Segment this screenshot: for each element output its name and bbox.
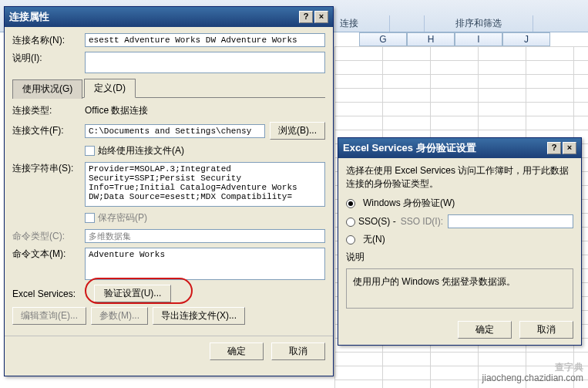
save-pwd-checkbox: 保存密码(P) (85, 211, 147, 224)
intro-text: 选择在使用 Excel Services 访问工作簿时，用于此数据连接的身份验证… (346, 164, 573, 191)
radio-sso[interactable]: SSO(S) - (346, 216, 396, 227)
help-button[interactable]: ? (299, 11, 313, 23)
ribbon-group-sort: 排序和筛选 (424, 15, 533, 32)
radio-icon (346, 235, 355, 245)
dialog-titlebar[interactable]: Excel Services 身份验证设置 ? × (338, 138, 581, 158)
cmd-type-input (85, 229, 325, 243)
desc-heading: 说明 (346, 251, 573, 264)
conn-str-input[interactable]: Provider=MSOLAP.3;Integrated Security=SS… (85, 162, 325, 207)
conn-type-value: Office 数据连接 (85, 104, 148, 117)
radio-none[interactable]: 无(N) (346, 233, 573, 246)
col-head-g[interactable]: G (359, 32, 407, 46)
col-head-i[interactable]: I (455, 32, 502, 46)
tab-bar: 使用状况(G) 定义(D) (12, 78, 325, 98)
excel-svc-label: Excel Services: (12, 288, 89, 299)
connection-properties-dialog: 连接属性 ? × 连接名称(N): 说明(I): 使用状况(G) 定义(D) 连… (4, 6, 334, 376)
export-conn-file-button[interactable]: 导出连接文件(X)... (153, 307, 245, 325)
checkbox-icon (85, 213, 95, 223)
col-head-j[interactable]: J (502, 32, 550, 46)
col-head-h[interactable]: H (407, 32, 455, 46)
close-button[interactable]: × (563, 142, 576, 154)
conn-name-input[interactable] (85, 33, 325, 47)
sso-id-label: SSO ID(I): (401, 216, 443, 227)
radio-icon (346, 199, 355, 208)
cmd-text-input[interactable]: Adventure Works (85, 248, 325, 280)
dialog-title: Excel Services 身份验证设置 (343, 141, 476, 155)
conn-file-input[interactable] (85, 124, 265, 138)
desc-label: 说明(I): (12, 52, 80, 65)
edit-query-button: 编辑查询(E)... (12, 307, 86, 325)
cmd-text-label: 命令文本(M): (12, 248, 80, 261)
auth-settings-button[interactable]: 验证设置(U)... (94, 285, 171, 302)
checkbox-icon (85, 146, 95, 156)
browse-button[interactable]: 浏览(B)... (270, 122, 325, 140)
help-button[interactable]: ? (547, 142, 561, 154)
save-pwd-label: 保存密码(P) (98, 211, 147, 224)
conn-str-label: 连接字符串(S): (12, 162, 80, 175)
radio-icon (346, 218, 355, 227)
excel-services-auth-dialog: Excel Services 身份验证设置 ? × 选择在使用 Excel Se… (338, 137, 582, 346)
desc-group: 使用用户的 Windows 凭据登录数据源。 (346, 268, 573, 309)
radio-windows-label: Windows 身份验证(W) (363, 197, 455, 210)
conn-type-label: 连接类型: (12, 104, 80, 117)
tab-definition[interactable]: 定义(D) (84, 79, 136, 98)
tab-usage[interactable]: 使用状况(G) (12, 79, 82, 99)
dialog-titlebar[interactable]: 连接属性 ? × (5, 7, 333, 27)
dialog-title: 连接属性 (9, 10, 49, 24)
sso-id-input (448, 214, 573, 228)
cancel-button[interactable]: 取消 (271, 342, 325, 360)
radio-sso-label: SSO(S) - (358, 216, 396, 227)
always-use-file-label: 始终使用连接文件(A) (98, 144, 184, 157)
radio-windows[interactable]: Windows 身份验证(W) (346, 197, 573, 210)
cancel-button[interactable]: 取消 (519, 321, 573, 339)
params-button: 参数(M)... (91, 307, 148, 325)
radio-none-label: 无(N) (363, 233, 385, 246)
close-button[interactable]: × (314, 11, 328, 23)
cmd-type-label: 命令类型(C): (12, 230, 80, 243)
conn-file-label: 连接文件(F): (12, 124, 80, 137)
conn-name-label: 连接名称(N): (12, 34, 80, 47)
desc-input[interactable] (85, 52, 325, 73)
ok-button[interactable]: 确定 (458, 321, 512, 339)
always-use-file-checkbox[interactable]: 始终使用连接文件(A) (85, 144, 184, 157)
ok-button[interactable]: 确定 (210, 342, 264, 360)
desc-text: 使用用户的 Windows 凭据登录数据源。 (353, 276, 516, 287)
